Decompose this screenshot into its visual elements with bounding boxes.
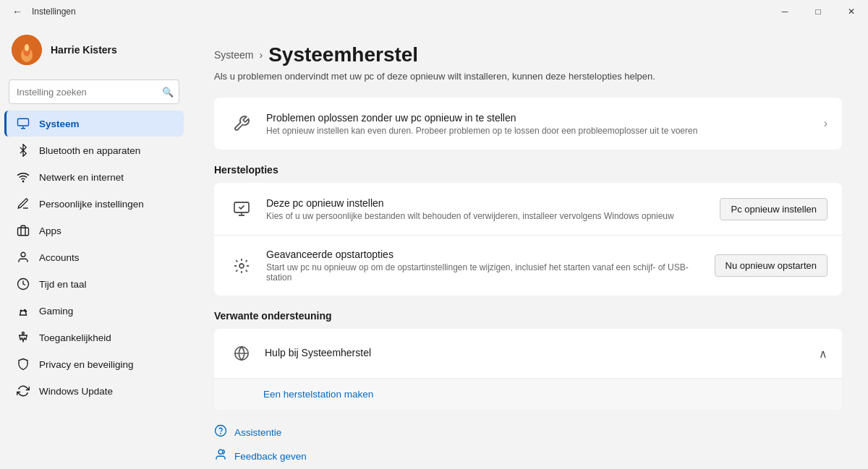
sidebar-item-label: Windows Update: [39, 386, 113, 397]
support-body: Een herstelstation maken: [214, 378, 842, 410]
user-section: Harrie Kisters: [0, 23, 188, 77]
assistentie-icon: [214, 424, 227, 441]
svg-point-3: [25, 44, 29, 51]
fix-title: Problemen oplossen zonder uw pc opnieuw …: [266, 112, 812, 124]
svg-point-5: [22, 181, 24, 182]
fix-icon: [229, 111, 255, 137]
sidebar: Harrie Kisters 🔍 Systeem Bluetooth en ap…: [0, 23, 188, 469]
svg-rect-4: [18, 119, 29, 126]
bluetooth-icon: [16, 143, 30, 158]
toegankelijkheid-icon: [16, 330, 30, 345]
sidebar-item-label: Tijd en taal: [39, 279, 87, 290]
herstel-section-label: Herstelopties: [214, 164, 842, 176]
assistentie-link[interactable]: Assistentie: [214, 424, 842, 441]
advanced-boot-text: Geavanceerde opstartopties Start uw pc n…: [266, 249, 703, 283]
sidebar-item-gaming[interactable]: Gaming: [4, 298, 184, 324]
maximize-button[interactable]: □: [801, 0, 835, 23]
breadcrumb-separator: ›: [259, 49, 263, 61]
breadcrumb: Systeem › Systeemherstel: [214, 43, 842, 66]
tijd-icon: [16, 277, 30, 291]
fix-chevron: ›: [824, 117, 827, 130]
svg-point-13: [22, 332, 25, 335]
feedback-label: Feedback geven: [234, 451, 307, 462]
sidebar-item-windows-update[interactable]: Windows Update: [4, 378, 184, 404]
close-button[interactable]: ✕: [835, 0, 868, 23]
advanced-boot-title: Geavanceerde opstartopties: [266, 249, 703, 260]
svg-rect-6: [18, 228, 29, 236]
window-controls: ─ □ ✕: [768, 0, 868, 23]
reset-pc-text: Deze pc opnieuw instellen Kies of u uw p…: [266, 197, 708, 221]
sidebar-item-apps[interactable]: Apps: [4, 218, 184, 244]
avatar: [12, 35, 42, 65]
sidebar-item-label: Netwerk en internet: [39, 172, 124, 183]
sidebar-item-label: Accounts: [39, 252, 80, 263]
assistentie-label: Assistentie: [234, 427, 281, 438]
search-icon: 🔍: [162, 87, 174, 98]
accounts-icon: [16, 250, 30, 264]
sidebar-item-label: Systeem: [39, 119, 80, 129]
reset-pc-icon: [229, 196, 255, 222]
reset-pc-button[interactable]: Pc opnieuw instellen: [720, 198, 827, 220]
titlebar-title: Instellingen: [32, 7, 76, 17]
advanced-boot-icon: [229, 253, 255, 279]
avatar-icon: [12, 35, 42, 65]
search-input[interactable]: [9, 79, 179, 104]
sidebar-item-accounts[interactable]: Accounts: [4, 244, 184, 270]
sidebar-item-label: Toegankelijkheid: [39, 332, 111, 343]
advanced-boot-desc: Start uw pc nu opnieuw op om de opstarti…: [266, 262, 703, 283]
svg-point-7: [21, 252, 25, 257]
search-box: 🔍: [9, 79, 179, 104]
sidebar-item-privacy[interactable]: Privacy en beveiliging: [4, 351, 184, 377]
fix-desc: Het opnieuw instellen kan even duren. Pr…: [266, 126, 812, 136]
sidebar-item-label: Bluetooth en apparaten: [39, 145, 140, 156]
user-name: Harrie Kisters: [51, 44, 117, 56]
page-description: Als u problemen ondervindt met uw pc of …: [214, 71, 842, 82]
reset-pc-desc: Kies of u uw persoonlijke bestanden wilt…: [266, 211, 708, 221]
sidebar-item-label: Apps: [39, 225, 61, 236]
back-button[interactable]: ←: [9, 3, 26, 20]
content-area: Systeem › Systeemherstel Als u problemen…: [188, 23, 868, 469]
support-title: Hulp bij Systeemherstel: [265, 347, 371, 358]
herstel-link[interactable]: Een herstelstation maken: [214, 379, 842, 410]
gaming-icon: [16, 304, 30, 318]
privacy-icon: [16, 357, 30, 371]
verwante-section-label: Verwante ondersteuning: [214, 310, 842, 322]
nav-list: Systeem Bluetooth en apparaten Netwerk e…: [0, 110, 188, 405]
sidebar-item-persoonlijk[interactable]: Persoonlijke instellingen: [4, 191, 184, 217]
advanced-boot-action: Nu opnieuw opstarten: [715, 254, 827, 277]
windows-update-icon: [16, 384, 30, 398]
support-header[interactable]: Hulp bij Systeemherstel ∧: [214, 329, 842, 378]
svg-point-18: [216, 426, 226, 436]
sidebar-item-bluetooth[interactable]: Bluetooth en apparaten: [4, 137, 184, 163]
sidebar-item-netwerk[interactable]: Netwerk en internet: [4, 164, 184, 190]
breadcrumb-parent: Systeem: [214, 49, 253, 61]
bottom-links: Assistentie Feedback geven: [214, 424, 842, 465]
reset-pc-action: Pc opnieuw instellen: [720, 198, 827, 220]
feedback-icon: [214, 448, 227, 465]
reset-pc-row: Deze pc opnieuw instellen Kies of u uw p…: [214, 183, 842, 235]
sidebar-item-label: Gaming: [39, 306, 73, 317]
advanced-boot-row: Geavanceerde opstartopties Start uw pc n…: [214, 235, 842, 296]
support-icon: [229, 340, 255, 366]
sidebar-item-label: Persoonlijke instellingen: [39, 199, 144, 210]
support-card: Hulp bij Systeemherstel ∧ Een herstelsta…: [214, 329, 842, 410]
herstel-card: Deze pc opnieuw instellen Kies of u uw p…: [214, 183, 842, 296]
minimize-button[interactable]: ─: [768, 0, 801, 23]
sidebar-item-toegankelijkheid[interactable]: Toegankelijkheid: [4, 324, 184, 350]
advanced-boot-button[interactable]: Nu opnieuw opstarten: [715, 254, 827, 277]
sidebar-item-label: Privacy en beveiliging: [39, 359, 134, 370]
persoonlijk-icon: [16, 197, 30, 211]
sidebar-item-tijd[interactable]: Tijd en taal: [4, 271, 184, 297]
fix-card[interactable]: Problemen oplossen zonder uw pc opnieuw …: [214, 98, 842, 150]
apps-icon: [16, 223, 30, 238]
support-expand-icon: ∧: [819, 347, 827, 361]
titlebar: ← Instellingen ─ □ ✕: [0, 0, 868, 23]
netwerk-icon: [16, 170, 30, 184]
feedback-link[interactable]: Feedback geven: [214, 448, 842, 465]
sidebar-item-systeem[interactable]: Systeem: [4, 111, 184, 137]
svg-point-20: [218, 449, 223, 454]
page-title: Systeemherstel: [268, 43, 418, 66]
systeem-icon: [16, 116, 30, 131]
reset-pc-title: Deze pc opnieuw instellen: [266, 197, 708, 209]
app-body: Harrie Kisters 🔍 Systeem Bluetooth en ap…: [0, 23, 868, 469]
